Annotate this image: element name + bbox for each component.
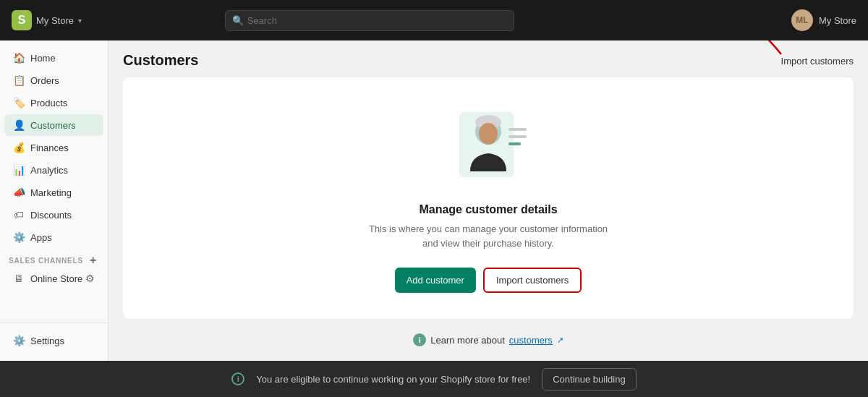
customer-illustration-svg bbox=[445, 106, 532, 186]
sidebar-item-products[interactable]: 🏷️ Products bbox=[4, 92, 103, 114]
learn-more-section: i Learn more about customers ↗ bbox=[109, 319, 868, 361]
shopify-icon: S bbox=[12, 10, 32, 30]
sidebar-item-label: Settings bbox=[30, 336, 64, 346]
sidebar-item-customers[interactable]: 👤 Customers bbox=[4, 114, 103, 136]
sidebar-item-label: Finances bbox=[30, 142, 69, 153]
sidebar-item-label: Customers bbox=[30, 120, 76, 131]
main-layout: 🏠 Home 📋 Orders 🏷️ Products 👤 Customers … bbox=[0, 40, 868, 361]
page-title: Customers bbox=[123, 52, 198, 69]
orders-icon: 📋 bbox=[13, 74, 25, 86]
customers-icon: 👤 bbox=[13, 119, 25, 131]
sidebar-item-label: Products bbox=[30, 98, 67, 108]
sidebar-item-settings[interactable]: ⚙️ Settings bbox=[4, 330, 103, 351]
analytics-icon: 📊 bbox=[13, 164, 25, 176]
bottom-info-icon: i bbox=[231, 372, 244, 385]
sales-channels-section: SALES CHANNELS + bbox=[0, 249, 108, 268]
svg-rect-7 bbox=[509, 142, 521, 145]
sidebar-item-analytics[interactable]: 📊 Analytics bbox=[4, 159, 103, 181]
avatar-name: My Store bbox=[819, 15, 856, 26]
import-customers-button[interactable]: Import customers bbox=[483, 268, 582, 293]
search-area: 🔍 bbox=[225, 10, 514, 31]
import-link-container: Import customers bbox=[781, 54, 854, 67]
empty-state-illustration bbox=[445, 106, 532, 186]
empty-state-card: Manage customer details This is where yo… bbox=[123, 77, 854, 319]
settings-icon: ⚙️ bbox=[13, 335, 25, 346]
sidebar-item-orders[interactable]: 📋 Orders bbox=[4, 69, 103, 91]
sidebar-item-marketing[interactable]: 📣 Marketing bbox=[4, 182, 103, 203]
sidebar-item-apps[interactable]: ⚙️ Apps bbox=[4, 226, 103, 248]
page-header: Customers Import customers bbox=[109, 40, 868, 77]
online-store-icon: 🖥 bbox=[13, 273, 25, 284]
apps-icon: ⚙️ bbox=[13, 231, 25, 243]
continue-building-button[interactable]: Continue building bbox=[542, 368, 636, 390]
external-link-icon: ↗ bbox=[557, 336, 563, 345]
sidebar-nav: 🏠 Home 📋 Orders 🏷️ Products 👤 Customers … bbox=[0, 40, 108, 323]
discounts-icon: 🏷 bbox=[13, 209, 25, 221]
sidebar-item-label: Home bbox=[30, 53, 56, 64]
sidebar-item-finances[interactable]: 💰 Finances bbox=[4, 137, 103, 158]
search-icon: 🔍 bbox=[232, 15, 244, 26]
sidebar-settings: ⚙️ Settings bbox=[0, 323, 108, 361]
info-icon: i bbox=[413, 333, 426, 346]
home-icon: 🏠 bbox=[13, 52, 25, 64]
sidebar-item-label: Orders bbox=[30, 75, 59, 86]
sidebar-item-home[interactable]: 🏠 Home bbox=[4, 47, 103, 69]
learn-more-link[interactable]: customers bbox=[509, 335, 553, 346]
chevron-down-icon: ▾ bbox=[78, 17, 82, 25]
empty-state-title: Manage customer details bbox=[419, 203, 557, 216]
sidebar-item-discounts[interactable]: 🏷 Discounts bbox=[4, 204, 103, 226]
finances-icon: 💰 bbox=[13, 142, 25, 153]
svg-point-4 bbox=[479, 123, 498, 145]
search-input[interactable] bbox=[225, 10, 514, 31]
learn-more-prefix: Learn more about bbox=[430, 335, 505, 346]
red-arrow-annotation bbox=[745, 40, 788, 58]
add-sales-channel-button[interactable]: + bbox=[88, 255, 99, 266]
sidebar-item-label: Online Store bbox=[30, 273, 82, 284]
sidebar: 🏠 Home 📋 Orders 🏷️ Products 👤 Customers … bbox=[0, 40, 109, 361]
settings-gear-icon[interactable]: ⚙ bbox=[85, 273, 95, 284]
bottom-bar: i You are eligible to continue working o… bbox=[0, 361, 868, 397]
content-area: Customers Import customers bbox=[109, 40, 868, 361]
products-icon: 🏷️ bbox=[13, 97, 25, 108]
empty-state-description: This is where you can manage your custom… bbox=[365, 222, 611, 250]
add-customer-button[interactable]: Add customer bbox=[395, 268, 476, 293]
card-actions: Add customer Import customers bbox=[395, 268, 582, 293]
marketing-icon: 📣 bbox=[13, 187, 25, 198]
store-logo[interactable]: S My Store ▾ bbox=[12, 10, 82, 30]
bottom-message: You are eligible to continue working on … bbox=[256, 374, 530, 385]
sidebar-item-label: Marketing bbox=[30, 187, 72, 198]
sidebar-item-online-store[interactable]: 🖥 Online Store ⚙ bbox=[4, 268, 103, 289]
sidebar-item-label: Discounts bbox=[30, 210, 72, 221]
import-customers-top-link[interactable]: Import customers bbox=[781, 56, 854, 67]
sidebar-item-label: Apps bbox=[30, 232, 52, 243]
topbar: S My Store ▾ 🔍 ML My Store bbox=[0, 0, 868, 40]
svg-rect-5 bbox=[509, 128, 527, 131]
avatar[interactable]: ML bbox=[791, 9, 813, 31]
svg-rect-6 bbox=[509, 135, 527, 138]
store-name: My Store bbox=[36, 15, 74, 26]
sidebar-item-label: Analytics bbox=[30, 165, 68, 176]
topbar-right: ML My Store bbox=[791, 9, 856, 31]
